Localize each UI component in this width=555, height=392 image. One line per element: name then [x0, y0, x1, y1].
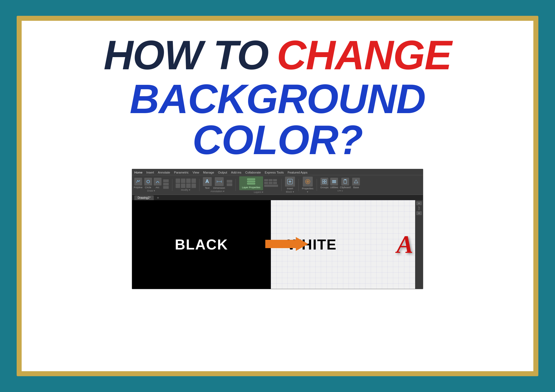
circle-label: Circle [145, 186, 151, 189]
svg-point-11 [306, 180, 309, 183]
svg-rect-14 [322, 182, 324, 184]
title-background: BACKGROUND [130, 78, 425, 119]
inner-card: HOW TO CHANGE BACKGROUND COLOR? Home Ins… [22, 21, 533, 371]
sep4 [281, 179, 282, 191]
layer-props-icon [246, 177, 256, 186]
svg-rect-19 [344, 180, 347, 184]
menu-collaborate[interactable]: Collaborate [245, 171, 261, 174]
menu-output[interactable]: Output [218, 171, 227, 174]
menu-bar: Home Insert Annotate Parametric View Man… [134, 170, 421, 175]
scroll-top[interactable]: ▲ [416, 201, 422, 205]
side-panel: ▲ TOP ▼ [415, 200, 423, 289]
dimension-btn[interactable]: Dimension [213, 177, 225, 189]
block-group-label: Block ▾ [286, 190, 294, 193]
menu-home[interactable]: Home [134, 171, 142, 174]
clipboard-label: Clipboard [340, 186, 351, 189]
svg-marker-22 [265, 237, 308, 251]
title-color: COLOR? [193, 119, 363, 161]
drawing-tab-label: Drawing1* [138, 196, 150, 199]
new-tab-button[interactable]: + [155, 195, 161, 200]
outer-border: HOW TO CHANGE BACKGROUND COLOR? Home Ins… [17, 16, 538, 376]
properties-group-label: ▾ [307, 190, 308, 193]
title-line1: HOW TO CHANGE [104, 35, 451, 76]
menu-express[interactable]: Express Tools [265, 171, 284, 174]
top-label: TOP [418, 206, 420, 210]
tab-area: Drawing1* + [132, 195, 423, 200]
layers-group-label: Layers ▾ [254, 191, 264, 194]
base-btn[interactable]: Base [352, 178, 360, 189]
text-label: Text [205, 187, 210, 189]
svg-rect-4 [247, 179, 255, 180]
sep5 [298, 179, 299, 191]
scroll-bottom[interactable]: ▼ [416, 211, 422, 215]
sep2 [199, 179, 200, 191]
svg-rect-20 [344, 179, 346, 180]
insert-label: Insert [287, 187, 293, 190]
sep6 [317, 179, 317, 191]
title-change: CHANGE [277, 35, 451, 76]
groups-btn[interactable]: Groups [320, 178, 329, 189]
svg-rect-18 [332, 182, 336, 183]
svg-rect-16 [332, 180, 336, 181]
utilities-group-label: v ▾ v [337, 189, 343, 192]
draw-polyline-btn[interactable]: Polyline [134, 178, 143, 189]
polyline-label: Polyline [134, 186, 143, 189]
menu-annotate[interactable]: Annotate [158, 171, 170, 174]
canvas-black: BLACK [132, 200, 271, 289]
svg-rect-15 [325, 182, 326, 184]
orange-arrow [265, 236, 310, 252]
menu-addins[interactable]: Add-ins [231, 171, 241, 174]
svg-point-0 [147, 180, 150, 183]
sep1 [172, 179, 172, 191]
menu-manage[interactable]: Manage [203, 171, 214, 174]
svg-rect-17 [332, 181, 336, 182]
utilities-btn[interactable]: Utilities [330, 178, 338, 189]
black-label: BLACK [175, 236, 228, 253]
arc-label: Arc [156, 186, 160, 189]
title-howto: HOW TO [104, 35, 268, 76]
autocad-a-letter: A [397, 230, 413, 259]
autocad-logo: A [392, 232, 417, 257]
annotation-group-label: Annotation ▾ [211, 190, 225, 193]
draw-arc-btn[interactable]: Arc [154, 178, 162, 189]
menu-insert[interactable]: Insert [146, 171, 154, 174]
insert-btn[interactable]: Insert [285, 177, 295, 190]
svg-rect-12 [322, 180, 324, 181]
properties-label: Properties [302, 187, 313, 190]
properties-btn[interactable]: Properties [302, 177, 313, 190]
draw-group-label: Draw ▾ [147, 189, 155, 192]
svg-rect-13 [325, 180, 326, 181]
menu-featured[interactable]: Featured Apps [287, 171, 307, 174]
canvas-area: BLACK WHITE A ▲ TOP [132, 200, 423, 289]
draw-circle-btn[interactable]: Circle [144, 178, 152, 189]
base-label: Base [353, 186, 359, 189]
groups-label: Groups [320, 186, 329, 189]
toolbar-area: Home Insert Annotate Parametric View Man… [132, 169, 423, 175]
layer-props-label: Layer Properties [242, 186, 260, 189]
sep3 [236, 179, 236, 191]
arrow-container [265, 236, 310, 253]
clipboard-btn[interactable]: Clipboard [340, 178, 351, 189]
autocad-screenshot: Home Insert Annotate Parametric View Man… [132, 169, 423, 289]
svg-marker-21 [354, 180, 358, 183]
text-btn[interactable]: A Text [203, 177, 212, 189]
modify-group-label: Modify ▾ [181, 189, 190, 191]
menu-parametric[interactable]: Parametric [174, 171, 189, 174]
dimension-label: Dimension [213, 187, 225, 189]
svg-rect-6 [247, 183, 255, 184]
utilities-label: Utilities [330, 186, 338, 189]
ribbon-row: Polyline Circle Arc [132, 175, 423, 195]
drawing-tab[interactable]: Drawing1* [134, 195, 154, 200]
svg-rect-5 [247, 181, 255, 182]
layer-properties-button[interactable]: Layer Properties [239, 176, 263, 190]
menu-view[interactable]: View [193, 171, 199, 174]
